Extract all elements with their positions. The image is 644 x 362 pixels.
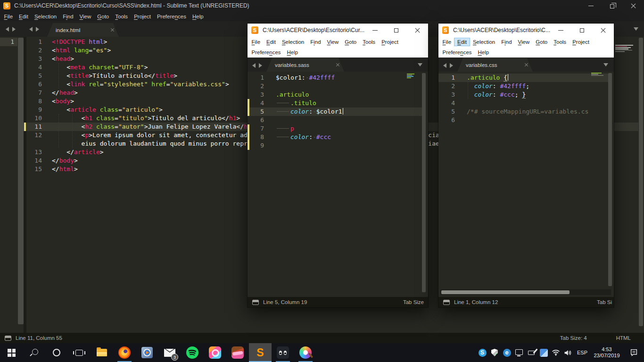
menu-item-find[interactable]: Find xyxy=(498,38,515,46)
css-titlebar[interactable]: S C:\Users\ACER\Desktop\Escritorio\C... xyxy=(438,24,614,37)
maximize-button[interactable] xyxy=(571,24,593,37)
menu-item-edit[interactable]: Edit xyxy=(264,38,279,46)
tray-clock[interactable]: 4:53 23/07/2019 xyxy=(590,346,623,359)
menu-item-project[interactable]: Project xyxy=(379,38,402,46)
next-tab-icon[interactable] xyxy=(36,27,39,32)
taskbar-candy-crush[interactable] xyxy=(204,343,226,362)
tab-variables-sass[interactable]: variables.sass xyxy=(266,58,344,72)
tab-size-indicator[interactable]: Tab Si xyxy=(597,299,612,305)
menu-item-view[interactable]: View xyxy=(515,38,533,46)
menu-item-selection[interactable]: Selection xyxy=(31,13,59,20)
tray-skype[interactable]: S xyxy=(476,343,488,362)
prev-tab-icon[interactable] xyxy=(443,63,446,68)
menu-item-file[interactable]: File xyxy=(248,38,264,46)
menu-item-find[interactable]: Find xyxy=(60,13,76,20)
next-tab-icon[interactable] xyxy=(12,27,16,32)
menu-item-help[interactable]: Help xyxy=(475,49,492,56)
menu-item-help[interactable]: Help xyxy=(189,13,206,20)
next-tab-icon[interactable] xyxy=(259,63,262,68)
tab-nav-arrows[interactable] xyxy=(252,63,262,68)
sass-titlebar[interactable]: S C:\Users\ACER\Desktop\Escritorio\Cur..… xyxy=(248,24,428,37)
menu-item-preferences[interactable]: Preferences xyxy=(154,13,189,20)
menu-item-preferences[interactable]: Preferences xyxy=(439,49,475,56)
action-center-button[interactable] xyxy=(623,343,644,362)
taskbar-paint[interactable] xyxy=(294,343,317,362)
menu-item-tools[interactable]: Tools xyxy=(360,38,379,46)
taskbar-spotify[interactable] xyxy=(181,343,204,362)
taskbar-start[interactable] xyxy=(0,343,23,362)
tray-edge[interactable]: e xyxy=(501,343,513,362)
menu-item-find[interactable]: Find xyxy=(307,38,324,46)
tab-index-html[interactable]: index.html xyxy=(47,23,119,37)
editor-scrollbar[interactable] xyxy=(422,73,426,292)
tab-close-icon[interactable] xyxy=(336,63,340,67)
minimize-button[interactable] xyxy=(580,0,602,11)
vcs-icon[interactable] xyxy=(5,336,11,341)
next-tab-icon[interactable] xyxy=(450,63,453,68)
menu-item-project[interactable]: Project xyxy=(570,38,593,46)
css-editor[interactable]: 123456 .articulo { color: #42ffff; color… xyxy=(438,72,614,288)
prev-tab-icon[interactable] xyxy=(252,63,256,68)
taskbar-task-view[interactable] xyxy=(68,343,91,362)
restore-button[interactable] xyxy=(602,0,623,11)
taskbar-explorer[interactable] xyxy=(91,343,113,362)
menu-item-tools[interactable]: Tools xyxy=(551,38,570,46)
tab-size-indicator[interactable]: Tab Size: 4 xyxy=(560,335,587,341)
tray-volume[interactable] xyxy=(562,343,574,362)
main-titlebar[interactable]: S C:\Users\ACER\Desktop\Escritorio\Curso… xyxy=(0,0,644,11)
taskbar-firefox[interactable] xyxy=(113,343,136,362)
taskbar-search[interactable] xyxy=(23,343,45,362)
taskbar-cortana[interactable] xyxy=(45,343,68,362)
menu-item-selection[interactable]: Selection xyxy=(470,38,498,46)
tab-nav-arrows-left-pane[interactable] xyxy=(6,27,16,32)
tab-nav-arrows[interactable] xyxy=(29,27,39,32)
taskbar-sublime[interactable]: S xyxy=(249,343,272,362)
prev-tab-icon[interactable] xyxy=(6,27,9,32)
minimize-button[interactable] xyxy=(364,24,386,37)
menu-item-project[interactable]: Project xyxy=(131,13,154,20)
taskbar-candy-soda[interactable] xyxy=(226,343,249,362)
taskbar-gx[interactable] xyxy=(272,343,294,362)
menu-item-help[interactable]: Help xyxy=(284,49,301,56)
tray-language[interactable]: ESP xyxy=(574,343,590,362)
menu-item-goto[interactable]: Goto xyxy=(342,38,360,46)
horizontal-scrollbar-thumb[interactable] xyxy=(441,290,570,294)
left-pane-scrollbar[interactable] xyxy=(18,38,24,324)
close-button[interactable] xyxy=(593,24,614,37)
tab-size-indicator[interactable]: Tab Size xyxy=(403,299,424,305)
menu-item-tools[interactable]: Tools xyxy=(112,13,131,20)
menu-item-goto[interactable]: Goto xyxy=(94,13,112,20)
maximize-button[interactable] xyxy=(386,24,407,37)
tray-monitor[interactable] xyxy=(513,343,525,362)
tray-wifi[interactable] xyxy=(550,343,562,362)
tray-defender[interactable] xyxy=(488,343,501,362)
horizontal-scrollbar-track[interactable] xyxy=(440,289,611,295)
menu-item-preferences[interactable]: Preferences xyxy=(248,49,284,56)
tab-nav-arrows[interactable] xyxy=(443,63,453,68)
close-button[interactable] xyxy=(623,0,644,11)
tab-close-icon[interactable] xyxy=(524,63,528,67)
vcs-icon[interactable] xyxy=(443,300,450,305)
sass-editor[interactable]: 123456789 $color1:·#42ffff.articulo.titu… xyxy=(248,72,428,297)
menu-item-edit[interactable]: Edit xyxy=(16,13,32,20)
menu-item-view[interactable]: View xyxy=(76,13,94,20)
taskbar-mail[interactable]: 3 xyxy=(158,343,181,362)
tab-variables-css[interactable]: variables.css xyxy=(457,58,533,72)
tab-close-icon[interactable] xyxy=(110,28,115,32)
tab-overflow-icon[interactable] xyxy=(418,63,422,66)
menu-item-view[interactable]: View xyxy=(324,38,342,46)
vcs-icon[interactable] xyxy=(252,300,259,305)
tray-pen[interactable] xyxy=(525,343,537,362)
syntax-indicator[interactable]: HTML xyxy=(616,335,631,341)
editor-scrollbar[interactable] xyxy=(608,73,612,286)
tab-overflow-icon[interactable] xyxy=(634,27,638,31)
tab-overflow-icon[interactable] xyxy=(603,63,608,66)
minimize-button[interactable] xyxy=(550,24,571,37)
tray-photos[interactable] xyxy=(537,343,550,362)
menu-item-selection[interactable]: Selection xyxy=(279,38,307,46)
menu-item-file[interactable]: File xyxy=(439,38,454,46)
menu-item-edit[interactable]: Edit xyxy=(454,38,470,46)
menu-item-file[interactable]: File xyxy=(1,13,16,20)
close-button[interactable] xyxy=(407,24,428,37)
prev-tab-icon[interactable] xyxy=(29,27,33,32)
